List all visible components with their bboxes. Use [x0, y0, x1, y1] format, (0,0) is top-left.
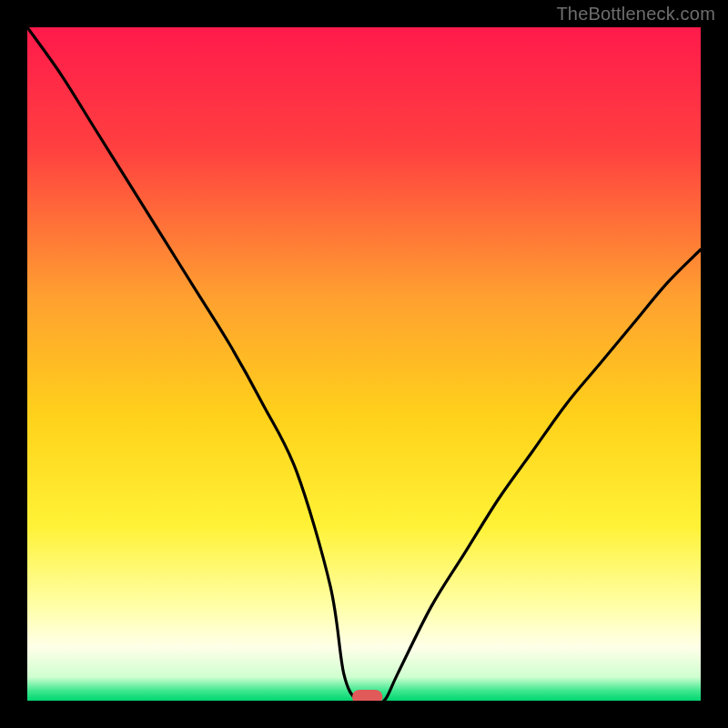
- chart-frame: TheBottleneck.com: [0, 0, 728, 728]
- chart-svg: [27, 27, 701, 701]
- watermark-text: TheBottleneck.com: [556, 4, 715, 25]
- sweet-spot-marker: [352, 690, 382, 701]
- plot-area: [27, 27, 701, 701]
